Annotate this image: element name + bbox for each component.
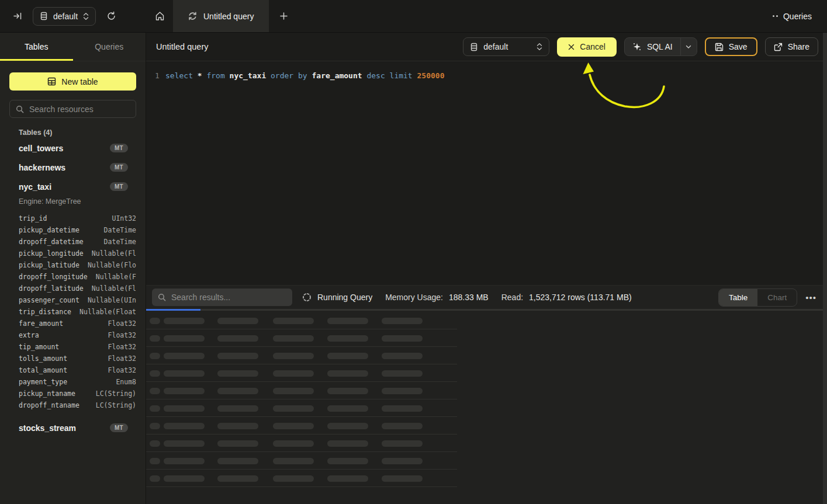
search-icon	[16, 105, 24, 113]
column-row-payment_type: payment_typeEnum8	[19, 376, 136, 388]
sync-icon	[188, 12, 197, 20]
active-tab-underline	[0, 59, 73, 61]
query-database-value: default	[483, 42, 508, 51]
table-list: cell_towersMThackernewsMTnyc_taxiMTEngin…	[0, 138, 146, 437]
skeleton-pill	[150, 458, 160, 464]
skeleton-pill	[150, 423, 160, 429]
new-tab-button[interactable]	[269, 0, 298, 32]
table-name: nyc_taxi	[19, 182, 51, 192]
code-line: 1 select * from nyc_taxi order by fare_a…	[146, 61, 823, 81]
skeleton-pill	[327, 353, 368, 359]
column-row-dropoff_longitude: dropoff_longitudeNullable(F	[19, 271, 136, 283]
vertical-scrollbar[interactable]	[823, 33, 827, 504]
plus-icon	[280, 12, 288, 20]
skeleton-pill	[273, 318, 314, 324]
skeleton-pill	[164, 370, 205, 377]
column-type: Nullable(UIn	[88, 296, 136, 304]
column-name: pickup_latitude	[19, 261, 79, 269]
save-label: Save	[729, 42, 748, 51]
sidebar-tab-tables[interactable]: Tables	[0, 33, 73, 61]
engine-badge: MT	[110, 423, 128, 432]
database-selector[interactable]: default	[33, 7, 96, 26]
share-button[interactable]: Share	[765, 37, 818, 56]
query-status: Running Query	[302, 293, 372, 302]
view-toggle-chart[interactable]: Chart	[757, 289, 797, 306]
skeleton-row	[146, 364, 457, 382]
column-name: dropoff_datetime	[19, 238, 84, 246]
skeleton-pill	[273, 475, 314, 482]
engine-badge: MT	[110, 144, 128, 152]
top-bar: default Untitled query Queries	[0, 0, 827, 33]
column-row-trip_distance: trip_distanceNullable(Float	[19, 306, 136, 318]
skeleton-pill	[150, 440, 160, 447]
column-type: LC(String)	[96, 390, 136, 398]
close-icon	[568, 44, 575, 50]
search-results-input[interactable]: Search results...	[152, 289, 292, 306]
skeleton-pill	[273, 423, 314, 429]
sql-ai-label: SQL AI	[647, 42, 673, 51]
skeleton-pill	[150, 475, 160, 482]
column-name: dropoff_latitude	[19, 284, 84, 293]
sql-editor[interactable]: 1 select * from nyc_taxi order by fare_a…	[146, 61, 823, 285]
query-header: Untitled query default Cancel SQL AI	[146, 33, 827, 61]
skeleton-pill	[164, 458, 205, 464]
skeleton-pill	[382, 388, 423, 394]
engine-badge: MT	[110, 182, 128, 191]
skeleton-pill	[273, 440, 314, 447]
sparkle-icon	[632, 42, 642, 51]
new-table-label: New table	[61, 77, 98, 86]
skeleton-pill	[217, 370, 258, 377]
sql-ai-dropdown[interactable]	[680, 38, 697, 55]
skeleton-pill	[327, 335, 368, 342]
column-name: tip_amount	[19, 343, 59, 351]
skeleton-row	[146, 417, 457, 435]
results-panel: Search results... Running Query Memory U…	[146, 285, 827, 504]
column-name: tolls_amount	[19, 354, 67, 363]
skeleton-row	[146, 329, 457, 347]
refresh-icon[interactable]	[104, 9, 118, 23]
view-toggle-table[interactable]: Table	[719, 289, 757, 306]
sidebar-table-nyc_taxi[interactable]: nyc_taxiMT	[0, 177, 146, 196]
tab-label: Untitled query	[203, 12, 254, 21]
table-grid-icon	[47, 77, 56, 86]
new-table-button[interactable]: New table	[9, 72, 136, 91]
tab-untitled-query[interactable]: Untitled query	[173, 0, 269, 32]
search-resources-placeholder: Search resources	[29, 105, 94, 114]
skeleton-pill	[327, 423, 368, 429]
sidebar-table-cell_towers[interactable]: cell_towersMT	[0, 138, 146, 158]
skeleton-pill	[164, 353, 205, 359]
share-label: Share	[788, 42, 809, 51]
table-name: hackernews	[19, 163, 65, 172]
search-icon	[158, 293, 166, 301]
search-resources-input[interactable]: Search resources	[9, 100, 136, 118]
column-type: Nullable(F	[96, 273, 136, 281]
query-database-selector[interactable]: default	[463, 37, 549, 56]
chevron-updown-icon	[83, 12, 89, 20]
skeleton-pill	[382, 353, 423, 359]
column-row-tip_amount: tip_amountFloat32	[19, 341, 136, 353]
save-button[interactable]: Save	[705, 37, 757, 56]
home-button[interactable]	[146, 0, 173, 32]
query-progress-fill	[146, 309, 200, 311]
skeleton-pill	[150, 318, 160, 324]
column-name: dropoff_ntaname	[19, 401, 79, 409]
column-type: LC(String)	[96, 401, 136, 409]
sql-ai-button[interactable]: SQL AI	[625, 38, 680, 55]
queries-link[interactable]: Queries	[783, 12, 812, 21]
sidebar-table-stocks_stream[interactable]: stocks_streamMT	[0, 418, 146, 437]
collapse-sidebar-icon[interactable]	[11, 9, 25, 23]
column-name: pickup_ntaname	[19, 390, 75, 398]
skeleton-row	[146, 452, 457, 470]
cancel-button[interactable]: Cancel	[557, 37, 617, 57]
chevron-down-icon	[686, 45, 691, 49]
chevron-updown-icon	[537, 43, 542, 51]
view-toggle: Table Chart	[718, 289, 797, 307]
results-toolbar: Search results... Running Query Memory U…	[146, 286, 827, 309]
column-list: trip_idUInt32pickup_datetimeDateTimedrop…	[0, 213, 146, 411]
skeleton-row	[146, 470, 457, 487]
sidebar-table-hackernews[interactable]: hackernewsMT	[0, 158, 146, 177]
tab-strip: Untitled query	[146, 0, 298, 32]
more-options-button[interactable]: •••	[803, 293, 819, 303]
sidebar-tab-queries[interactable]: Queries	[73, 33, 146, 61]
skeleton-pill	[382, 458, 423, 464]
